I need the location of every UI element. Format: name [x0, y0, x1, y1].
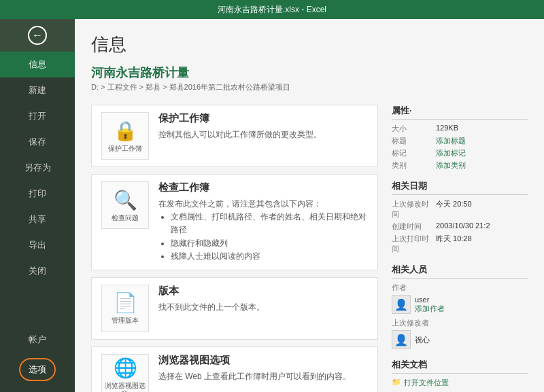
title-bar-text: 河南永吉路桥计量.xlsx - Excel — [218, 4, 326, 16]
people-section: 相关人员 作者 👤 user 添加作者 上次修改者 — [392, 264, 528, 349]
sidebar: ← 信息 新建 打开 保存 另存为 打印 共享 导出 关闭 — [0, 19, 75, 392]
sidebar-item-new[interactable]: 新建 — [0, 77, 75, 103]
browser-card: 🌐 浏览器视图选项 浏览器视图选项 选择在 Web 上查看此工作簿时用户可以看到… — [91, 346, 378, 392]
sidebar-item-print[interactable]: 打印 — [0, 181, 75, 207]
sidebar-item-share[interactable]: 共享 — [0, 207, 75, 232]
page-title: 信息 — [91, 33, 528, 56]
prop-tag-value[interactable]: 添加标记 — [436, 148, 466, 158]
sidebar-item-account[interactable]: 帐户 — [0, 327, 75, 353]
protect-icon-label: 保护工作簿 — [108, 145, 142, 153]
browser-content: 浏览器视图选项 选择在 Web 上查看此工作簿时用户可以看到的内容。 — [158, 354, 368, 383]
protect-content: 保护工作簿 控制其他人可以对此工作簿所做的更改类型。 — [158, 112, 368, 141]
modifier-info: 祝心 — [415, 335, 430, 345]
version-icon[interactable]: 📄 管理版本 — [101, 285, 149, 332]
author-row: 👤 user 添加作者 — [392, 295, 528, 314]
prop-printed-value: 昨天 10:28 — [436, 234, 472, 254]
lock-icon: 🔒 — [114, 120, 137, 142]
content-area: 信息 河南永吉路桥计量 D: > 工程文件 > 郑县 > 郑县2016年第二批农… — [75, 19, 544, 392]
options-button-label: 选项 — [19, 358, 56, 381]
prop-created-label: 创建时间 — [392, 221, 436, 232]
dates-title: 相关日期 — [392, 180, 528, 195]
prop-title: 标题 添加标题 — [392, 136, 528, 146]
sidebar-item-info[interactable]: 信息 — [0, 52, 75, 77]
version-title: 版本 — [158, 285, 368, 298]
properties-title: 属性· — [392, 105, 528, 120]
prop-title-label: 标题 — [392, 136, 436, 146]
author-label-row: 作者 — [392, 283, 528, 293]
sidebar-item-saveas[interactable]: 另存为 — [0, 155, 75, 181]
inspect-item-1: 文档属性、打印机路径、作者的姓名、相关日期和绝对路径 — [171, 211, 368, 236]
prop-category: 类别 添加类别 — [392, 160, 528, 171]
author-name: user — [415, 296, 445, 304]
prop-tag-label: 标记 — [392, 148, 436, 158]
sidebar-item-save[interactable]: 保存 — [0, 129, 75, 155]
prop-category-value[interactable]: 添加类别 — [436, 160, 466, 171]
prop-modified: 上次修改时间 今天 20:50 — [392, 199, 528, 219]
back-circle-icon: ← — [28, 26, 47, 45]
add-author-link[interactable]: 添加作者 — [415, 304, 445, 314]
protect-desc: 控制其他人可以对此工作簿所做的更改类型。 — [158, 128, 368, 141]
info-left: 🔒 保护工作簿 保护工作簿 控制其他人可以对此工作簿所做的更改类型。 🔍 检查问… — [91, 105, 378, 392]
browser-desc: 选择在 Web 上查看此工作簿时用户可以看到的内容。 — [158, 370, 368, 383]
author-info: user 添加作者 — [415, 296, 445, 314]
last-modifier-label: 上次修改者 — [392, 318, 436, 328]
inspect-card: 🔍 检查问题 检查工作簿 在发布此文件之前，请注意其包含以下内容： 文档属性、打… — [91, 174, 378, 270]
web-icon: 🌐 — [114, 357, 137, 379]
protect-card: 🔒 保护工作簿 保护工作簿 控制其他人可以对此工作簿所做的更改类型。 — [91, 105, 378, 167]
modifier-name: 祝心 — [415, 335, 430, 345]
inspect-content: 检查工作簿 在发布此文件之前，请注意其包含以下内容： 文档属性、打印机路径、作者… — [158, 181, 368, 263]
people-title: 相关人员 — [392, 264, 528, 279]
version-icon-img: 📄 — [114, 291, 137, 314]
sidebar-item-close[interactable]: 关闭 — [0, 258, 75, 284]
sidebar-item-options[interactable]: 选项 — [0, 353, 75, 387]
inspect-icon-label: 检查问题 — [112, 214, 139, 222]
browser-icon-label: 浏览器视图选项 — [102, 382, 148, 392]
prop-title-value[interactable]: 添加标题 — [436, 136, 466, 146]
docs-title: 相关文档 — [392, 359, 528, 374]
inspect-icon[interactable]: 🔍 检查问题 — [101, 181, 149, 229]
prop-tag: 标记 添加标记 — [392, 148, 528, 158]
version-content: 版本 找不到此文件的上一个版本。 — [158, 285, 368, 314]
docs-section: 相关文档 📁 打开文件位置 显示所有属性 — [392, 359, 528, 392]
prop-size-value: 129KB — [436, 124, 458, 134]
prop-created: 创建时间 2003/10/30 21:2 — [392, 221, 528, 232]
inspect-title: 检查工作簿 — [158, 181, 368, 194]
sidebar-item-open[interactable]: 打开 — [0, 103, 75, 129]
main-layout: ← 信息 新建 打开 保存 另存为 打印 共享 导出 关闭 — [0, 19, 544, 392]
browser-icon[interactable]: 🌐 浏览器视图选项 — [101, 354, 149, 392]
browser-title: 浏览器视图选项 — [158, 354, 368, 367]
prop-printed-label: 上次打印时间 — [392, 234, 436, 254]
info-columns: 🔒 保护工作簿 保护工作簿 控制其他人可以对此工作簿所做的更改类型。 🔍 检查问… — [91, 105, 528, 392]
prop-size: 大小 129KB — [392, 124, 528, 134]
open-folder-row: 📁 打开文件位置 — [392, 378, 528, 388]
inspect-desc: 在发布此文件之前，请注意其包含以下内容： 文档属性、打印机路径、作者的姓名、相关… — [158, 198, 368, 263]
open-folder-link[interactable]: 打开文件位置 — [404, 378, 449, 388]
prop-modified-value: 今天 20:50 — [436, 199, 472, 219]
last-modifier-label-row: 上次修改者 — [392, 318, 528, 328]
modifier-row: 👤 祝心 — [392, 330, 528, 349]
properties-section: 属性· 大小 129KB 标题 添加标题 标记 添加标记 类别 — [392, 105, 528, 171]
inspect-list: 文档属性、打印机路径、作者的姓名、相关日期和绝对路径 隐藏行和隐藏列 残障人士难… — [171, 211, 368, 263]
back-button[interactable]: ← — [0, 19, 75, 52]
inspect-item-3: 残障人士难以阅读的内容 — [171, 250, 368, 263]
title-bar: 河南永吉路桥计量.xlsx - Excel — [0, 0, 544, 19]
doc-title: 河南永吉路桥计量 — [91, 65, 528, 81]
prop-printed: 上次打印时间 昨天 10:28 — [392, 234, 528, 254]
check-icon: 🔍 — [114, 189, 137, 211]
prop-created-value: 2003/10/30 21:2 — [436, 221, 490, 232]
folder-icon: 📁 — [392, 378, 401, 388]
prop-size-label: 大小 — [392, 124, 436, 134]
version-card: 📄 管理版本 版本 找不到此文件的上一个版本。 — [91, 277, 378, 340]
author-label: 作者 — [392, 283, 436, 293]
author-avatar: 👤 — [392, 295, 411, 314]
modifier-avatar: 👤 — [392, 330, 411, 349]
inspect-item-2: 隐藏行和隐藏列 — [171, 237, 368, 250]
prop-modified-label: 上次修改时间 — [392, 199, 436, 219]
protect-title: 保护工作簿 — [158, 112, 368, 125]
doc-path: D: > 工程文件 > 郑县 > 郑县2016年第二批农村公路桥梁项目 — [91, 82, 528, 92]
info-right: 属性· 大小 129KB 标题 添加标题 标记 添加标记 类别 — [392, 105, 528, 392]
version-icon-label: 管理版本 — [112, 317, 139, 325]
protect-icon[interactable]: 🔒 保护工作簿 — [101, 112, 149, 160]
prop-category-label: 类别 — [392, 160, 436, 171]
sidebar-item-export[interactable]: 导出 — [0, 232, 75, 258]
